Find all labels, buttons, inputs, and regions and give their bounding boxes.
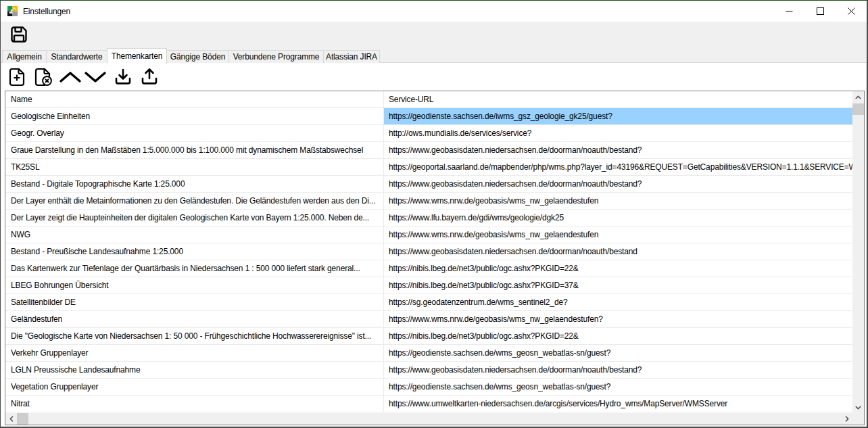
- titlebar[interactable]: Einstellungen: [1, 1, 867, 22]
- scroll-up-button[interactable]: [852, 91, 864, 103]
- cell-service-url[interactable]: https://www.geobasisdaten.niedersachsen.…: [384, 243, 852, 260]
- table-row[interactable]: Das Kartenwerk zur Tiefenlage der Quartä…: [5, 260, 852, 277]
- cell-service-url[interactable]: https://sg.geodatenzentrum.de/wms_sentin…: [384, 294, 852, 311]
- scroll-down-button[interactable]: [852, 402, 864, 413]
- cell-service-url[interactable]: https://www.wms.nrw.de/geobasis/wms_nw_g…: [384, 227, 852, 243]
- tab-atlassian-jira[interactable]: Atlassian JIRA: [323, 50, 380, 63]
- cell-name[interactable]: LGLN Preussische Landesaufnahme: [5, 362, 384, 379]
- move-up-icon: [59, 67, 82, 87]
- cell-service-url[interactable]: http://ows.mundialis.de/services/service…: [384, 125, 852, 142]
- cell-name[interactable]: LBEG Bohrungen Übersicht: [5, 277, 384, 294]
- table-row[interactable]: LGLN Preussische Landesaufnahmehttps://w…: [5, 362, 852, 379]
- cell-name[interactable]: Der Layer enthält die Metainformationen …: [5, 193, 384, 210]
- table-row[interactable]: Vegetation Gruppenlayerhttps://geodienst…: [5, 379, 852, 396]
- table-body: Geologische Einheitenhttps://geodienste.…: [5, 108, 852, 413]
- cell-service-url[interactable]: https://www.wms.nrw.de/geobasis/wms_nw_g…: [384, 311, 852, 328]
- cell-name[interactable]: Geologische Einheiten: [5, 108, 384, 125]
- table-row[interactable]: Graue Darstellung in den Maßstäben 1:5.0…: [5, 142, 852, 159]
- scroll-left-button[interactable]: [5, 413, 17, 425]
- cell-service-url[interactable]: https://geoportal.saarland.de/mapbender/…: [384, 159, 852, 176]
- cell-name[interactable]: Verkehr Gruppenlayer: [5, 345, 384, 362]
- column-header-name[interactable]: Name: [5, 91, 384, 108]
- cell-service-url[interactable]: https://geodienste.sachsen.de/wms_geosn_…: [384, 345, 852, 362]
- save-button[interactable]: [9, 24, 29, 45]
- table-row[interactable]: Satellitenbilder DEhttps://sg.geodatenze…: [5, 294, 852, 311]
- cell-name[interactable]: Bestand - Preußische Landesaufnahme 1:25…: [5, 243, 384, 260]
- cell-service-url[interactable]: https://www.lfu.bayern.de/gdi/wms/geolog…: [384, 210, 852, 227]
- table-row[interactable]: LBEG Bohrungen Übersichthttps://nibis.lb…: [5, 277, 852, 294]
- cell-name[interactable]: Das Kartenwerk zur Tiefenlage der Quartä…: [5, 260, 384, 277]
- cell-service-url[interactable]: https://nibis.lbeg.de/net3/public/ogc.as…: [384, 328, 852, 345]
- cell-name[interactable]: Nitrat: [5, 396, 384, 412]
- scroll-right-button[interactable]: [841, 413, 852, 425]
- close-button[interactable]: [836, 1, 867, 22]
- table-row[interactable]: NWGhttps://www.wms.nrw.de/geobasis/wms_n…: [5, 227, 852, 243]
- table-header: Name Service-URL: [5, 91, 852, 108]
- table-row[interactable]: TK25SLhttps://geoportal.saarland.de/mapb…: [5, 159, 852, 176]
- table-row[interactable]: Nitrathttps://www.umweltkarten-niedersac…: [5, 396, 852, 412]
- window-title: Einstellungen: [23, 7, 70, 16]
- table-row[interactable]: Bestand - Preußische Landesaufnahme 1:25…: [5, 243, 852, 260]
- tab-standardwerte[interactable]: Standardwerte: [46, 50, 107, 63]
- save-floppy-icon: [9, 24, 29, 45]
- add-entry-icon: [8, 67, 26, 87]
- table-row[interactable]: Geogr. Overlayhttp://ows.mundialis.de/se…: [5, 125, 852, 142]
- import-icon: [114, 67, 132, 87]
- cell-service-url-selected[interactable]: https://geodienste.sachsen.de/iwms_gsz_g…: [384, 108, 852, 125]
- cell-service-url[interactable]: https://www.geobasisdaten.niedersachsen.…: [384, 142, 852, 159]
- cell-name[interactable]: NWG: [5, 227, 384, 243]
- cell-service-url[interactable]: https://geodienste.sachsen.de/wms_geosn_…: [384, 379, 852, 396]
- move-up-button[interactable]: [59, 67, 82, 87]
- cell-name[interactable]: Geländestufen: [5, 311, 384, 328]
- app-puzzle-icon: [7, 5, 18, 17]
- vertical-scrollbar[interactable]: [852, 91, 864, 413]
- cell-name[interactable]: Graue Darstellung in den Maßstäben 1:5.0…: [5, 142, 384, 159]
- maximize-button[interactable]: [804, 1, 836, 22]
- cell-service-url[interactable]: https://www.umweltkarten-niedersachsen.d…: [384, 396, 852, 412]
- cell-service-url[interactable]: https://www.geobasisdaten.niedersachsen.…: [384, 362, 852, 379]
- table-row[interactable]: Geländestufenhttps://www.wms.nrw.de/geob…: [5, 311, 852, 328]
- cell-name[interactable]: Satellitenbilder DE: [5, 294, 384, 311]
- close-icon: [848, 7, 855, 15]
- import-button[interactable]: [114, 67, 132, 87]
- cell-service-url[interactable]: https://www.geobasisdaten.niedersachsen.…: [384, 176, 852, 193]
- maximize-icon: [817, 7, 824, 15]
- main-toolbar: [1, 22, 867, 48]
- vertical-scrollbar-thumb[interactable]: [852, 103, 864, 115]
- cell-service-url[interactable]: https://nibis.lbeg.de/net3/public/ogc.as…: [384, 277, 852, 294]
- cell-name[interactable]: TK25SL: [5, 159, 384, 176]
- table-row[interactable]: Die "Geologische Karte von Niedersachsen…: [5, 328, 852, 345]
- tab-themenkarten[interactable]: Themenkarten: [107, 48, 167, 64]
- cell-name[interactable]: Vegetation Gruppenlayer: [5, 379, 384, 396]
- cell-name[interactable]: Der Layer zeigt die Haupteinheiten der d…: [5, 210, 384, 227]
- horizontal-scrollbar-thumb[interactable]: [17, 413, 28, 425]
- tab-verbundene-programme[interactable]: Verbundene Programme: [228, 50, 324, 63]
- scroll-left-icon: [9, 416, 14, 422]
- table-toolbar: [1, 63, 866, 91]
- table-row[interactable]: Der Layer enthält die Metainformationen …: [5, 193, 852, 210]
- table-row[interactable]: Verkehr Gruppenlayerhttps://geodienste.s…: [5, 345, 852, 362]
- column-header-service-url[interactable]: Service-URL: [384, 91, 852, 108]
- export-button[interactable]: [140, 67, 159, 87]
- delete-entry-button[interactable]: [33, 67, 53, 87]
- cell-name[interactable]: Bestand - Digitale Topographische Karte …: [5, 176, 384, 193]
- scroll-down-icon: [855, 406, 861, 410]
- tab-allgemein[interactable]: Allgemein: [2, 50, 47, 63]
- cell-name[interactable]: Geogr. Overlay: [5, 125, 384, 142]
- add-entry-button[interactable]: [8, 67, 26, 87]
- minimize-button[interactable]: [773, 1, 804, 22]
- tab-g-ngige-b-den[interactable]: Gängige Böden: [166, 50, 229, 63]
- cell-service-url[interactable]: https://nibis.lbeg.de/net3/public/ogc.as…: [384, 260, 852, 277]
- themenkarten-table: Name Service-URL Geologische Einheitenht…: [5, 91, 865, 425]
- caption-buttons: [773, 1, 867, 22]
- minimize-icon: [786, 7, 793, 15]
- cell-name[interactable]: Die "Geologische Karte von Niedersachsen…: [5, 328, 384, 345]
- table-row[interactable]: Bestand - Digitale Topographische Karte …: [5, 176, 852, 193]
- move-down-button[interactable]: [84, 67, 107, 87]
- move-down-icon: [84, 67, 107, 87]
- table-row[interactable]: Geologische Einheitenhttps://geodienste.…: [5, 108, 852, 125]
- horizontal-scrollbar[interactable]: [5, 413, 852, 425]
- table-row[interactable]: Der Layer zeigt die Haupteinheiten der d…: [5, 210, 852, 227]
- cell-service-url[interactable]: https://www.wms.nrw.de/geobasis/wms_nw_g…: [384, 193, 852, 210]
- settings-window: Einstellungen AllgemeinStandardwerteThem…: [0, 0, 868, 428]
